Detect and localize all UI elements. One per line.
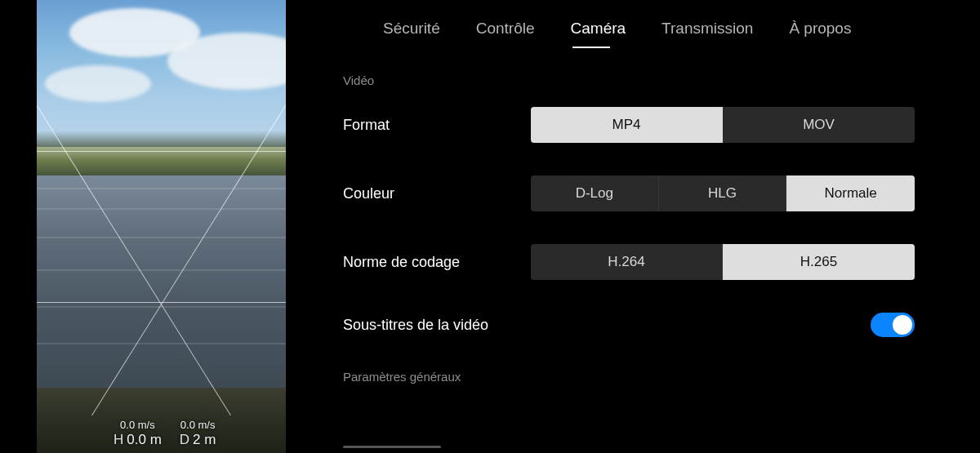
telemetry-altitude-value: 0.0 m [127, 432, 162, 448]
tab-securite[interactable]: Sécurité [383, 20, 440, 47]
tab-controle[interactable]: Contrôle [476, 20, 535, 47]
option-couleur-hlg[interactable]: HLG [659, 175, 787, 211]
scroll-indicator [343, 446, 441, 448]
label-subtitles: Sous-titres de la vidéo [343, 317, 488, 334]
settings-panel: Sécurité Contrôle Caméra Transmission À … [323, 0, 980, 453]
telemetry-vspeed: 0.0 m/s [120, 419, 155, 432]
settings-content[interactable]: Vidéo Format MP4 MOV Couleur D-Log HLG N… [323, 47, 980, 453]
label-couleur: Couleur [343, 185, 394, 202]
telemetry-altitude-letter: H [114, 432, 123, 448]
option-couleur-dlog[interactable]: D-Log [531, 175, 659, 211]
camera-preview-image: 0.0 m/s H 0.0 m 0.0 m/s D 2 m [37, 0, 286, 453]
toggle-subtitles[interactable] [871, 313, 915, 337]
segmented-couleur: D-Log HLG Normale [531, 175, 915, 211]
row-couleur: Couleur D-Log HLG Normale [343, 175, 915, 211]
settings-tabs: Sécurité Contrôle Caméra Transmission À … [323, 0, 980, 47]
label-format: Format [343, 117, 390, 134]
camera-preview: 0.0 m/s H 0.0 m 0.0 m/s D 2 m [0, 0, 323, 453]
composition-gridline [37, 151, 286, 152]
telemetry-altitude: 0.0 m/s H 0.0 m [114, 419, 162, 448]
segmented-format: MP4 MOV [531, 107, 915, 143]
segmented-codage: H.264 H.265 [531, 244, 915, 280]
tab-camera[interactable]: Caméra [571, 20, 626, 47]
option-codage-h265[interactable]: H.265 [723, 244, 915, 280]
row-format: Format MP4 MOV [343, 107, 915, 143]
telemetry-distance: 0.0 m/s D 2 m [180, 419, 216, 448]
section-general-title: Paramètres généraux [343, 370, 915, 384]
tab-apropos[interactable]: À propos [789, 20, 851, 47]
telemetry-hspeed: 0.0 m/s [180, 419, 216, 432]
telemetry-overlay: 0.0 m/s H 0.0 m 0.0 m/s D 2 m [37, 419, 286, 448]
label-codage: Norme de codage [343, 254, 460, 271]
section-video-title: Vidéo [343, 73, 915, 87]
option-couleur-normale[interactable]: Normale [786, 175, 915, 211]
option-format-mov[interactable]: MOV [723, 107, 915, 143]
option-format-mp4[interactable]: MP4 [531, 107, 723, 143]
row-codage: Norme de codage H.264 H.265 [343, 244, 915, 280]
telemetry-distance-letter: D [180, 432, 189, 448]
tab-transmission[interactable]: Transmission [662, 20, 753, 47]
option-codage-h264[interactable]: H.264 [531, 244, 723, 280]
row-subtitles: Sous-titres de la vidéo [343, 313, 915, 337]
telemetry-distance-value: 2 m [193, 432, 216, 448]
